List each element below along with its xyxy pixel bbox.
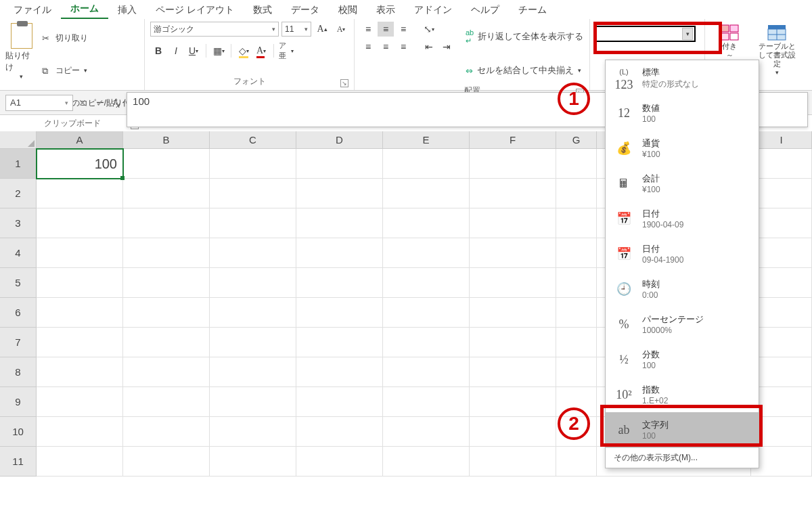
menu-view[interactable]: 表示 (367, 1, 405, 19)
cell[interactable] (37, 328, 123, 357)
row-header[interactable]: 10 (0, 417, 37, 447)
number-format-option[interactable]: 📅日付1900-04-09 (606, 201, 759, 236)
number-format-option[interactable]: ½分数100 (606, 342, 759, 377)
merge-center-button[interactable]: ⇔セルを結合して中央揃え▾ (466, 56, 583, 85)
cell[interactable] (123, 179, 210, 208)
cell[interactable] (296, 447, 383, 477)
wrap-text-button[interactable]: ab↵折り返して全体を表示する (466, 22, 583, 51)
increase-indent-button[interactable]: ⇥ (438, 39, 455, 54)
number-format-option[interactable]: (L)123標準特定の形式なし (606, 60, 759, 95)
row-header[interactable]: 11 (0, 447, 37, 477)
col-header-g[interactable]: G (556, 131, 597, 149)
font-dialog-launcher[interactable]: ↘ (340, 79, 348, 87)
cell[interactable] (470, 208, 556, 238)
menu-review[interactable]: 校閲 (329, 1, 367, 19)
cell[interactable] (123, 328, 210, 357)
cell[interactable] (37, 179, 123, 208)
row-header[interactable]: 3 (0, 208, 37, 238)
cell[interactable] (210, 387, 296, 417)
format-as-table-button[interactable]: テーブルとして書式設定 ▾ (758, 24, 796, 76)
number-format-option[interactable]: 12数値100 (606, 95, 759, 131)
cell[interactable] (470, 417, 556, 447)
cell[interactable] (556, 357, 597, 387)
cell[interactable] (470, 387, 556, 417)
menu-formulas[interactable]: 数式 (244, 1, 281, 19)
cell[interactable] (751, 208, 812, 238)
cell[interactable] (470, 357, 556, 387)
cell[interactable] (296, 238, 383, 268)
menu-page-layout[interactable]: ページ レイアウト (146, 1, 244, 19)
cell[interactable] (296, 298, 383, 328)
align-top-button[interactable]: ≡ (360, 22, 376, 37)
cell[interactable] (751, 328, 812, 357)
cell[interactable] (556, 328, 597, 357)
cell[interactable] (470, 447, 556, 477)
cell[interactable] (123, 149, 210, 179)
cell[interactable] (556, 298, 597, 328)
cell[interactable] (470, 268, 556, 298)
number-format-combo[interactable]: ▾ (594, 26, 696, 42)
cell[interactable] (470, 179, 556, 208)
align-bottom-button[interactable]: ≡ (395, 22, 411, 37)
cell[interactable] (751, 179, 812, 208)
cell[interactable] (296, 179, 383, 208)
increase-font-button[interactable]: A▴ (314, 22, 330, 37)
col-header-c[interactable]: C (210, 131, 296, 149)
row-header[interactable]: 5 (0, 268, 37, 298)
cell[interactable] (751, 268, 812, 298)
cell[interactable] (210, 298, 296, 328)
cell[interactable] (751, 298, 812, 328)
cell[interactable] (470, 298, 556, 328)
cell[interactable] (37, 208, 123, 238)
menu-help[interactable]: ヘルプ (461, 1, 509, 19)
select-all-corner[interactable] (0, 131, 37, 149)
number-format-option[interactable]: 📅日付09-04-1900 (606, 236, 759, 271)
cell[interactable] (123, 387, 210, 417)
paste-button[interactable]: 貼り付け ▾ (5, 22, 38, 80)
col-header-i[interactable]: I (751, 131, 812, 149)
font-size-combo[interactable]: 11▾ (281, 22, 311, 37)
cell[interactable] (123, 357, 210, 387)
cut-button[interactable]: 切り取り (42, 23, 139, 53)
row-header[interactable]: 2 (0, 179, 37, 208)
underline-button[interactable]: U▾ (185, 43, 202, 58)
cell[interactable] (751, 238, 812, 268)
cell[interactable] (751, 417, 812, 447)
cell[interactable] (383, 298, 470, 328)
number-format-option[interactable]: ab文字列100 (606, 412, 759, 447)
cell[interactable] (556, 417, 597, 447)
decrease-font-button[interactable]: A▾ (333, 22, 349, 37)
font-color-button[interactable]: A▾ (253, 43, 269, 58)
cell[interactable] (556, 447, 597, 477)
italic-button[interactable]: I (168, 43, 184, 58)
cell[interactable] (470, 238, 556, 268)
cell[interactable] (210, 447, 296, 477)
cell[interactable] (470, 328, 556, 357)
bold-button[interactable]: B (150, 43, 166, 58)
number-format-option[interactable]: %パーセンテージ10000% (606, 307, 759, 342)
number-format-dropdown[interactable]: (L)123標準特定の形式なし12数値100💰通貨¥100🖩会計¥100📅日付1… (605, 60, 759, 468)
menu-home[interactable]: ホーム (61, 0, 108, 19)
cell[interactable] (210, 417, 296, 447)
cell[interactable] (210, 328, 296, 357)
cell[interactable] (751, 387, 812, 417)
align-middle-button[interactable]: ≡ (378, 22, 394, 37)
font-name-combo[interactable]: 游ゴシック▾ (150, 22, 279, 37)
cell[interactable] (37, 417, 123, 447)
cell[interactable] (210, 149, 296, 179)
decrease-indent-button[interactable]: ⇤ (421, 39, 437, 54)
menu-addin[interactable]: アドイン (405, 1, 461, 19)
cell[interactable] (37, 447, 123, 477)
cell[interactable] (383, 208, 470, 238)
cell[interactable] (383, 387, 470, 417)
cell[interactable] (210, 179, 296, 208)
cell[interactable] (556, 268, 597, 298)
row-header[interactable]: 6 (0, 298, 37, 328)
cell[interactable] (296, 417, 383, 447)
cell[interactable] (383, 268, 470, 298)
col-header-b[interactable]: B (123, 131, 210, 149)
cell[interactable] (751, 357, 812, 387)
align-center-button[interactable]: ≡ (378, 39, 394, 54)
enter-icon[interactable]: ✓ (96, 97, 104, 108)
cell[interactable] (383, 149, 470, 179)
